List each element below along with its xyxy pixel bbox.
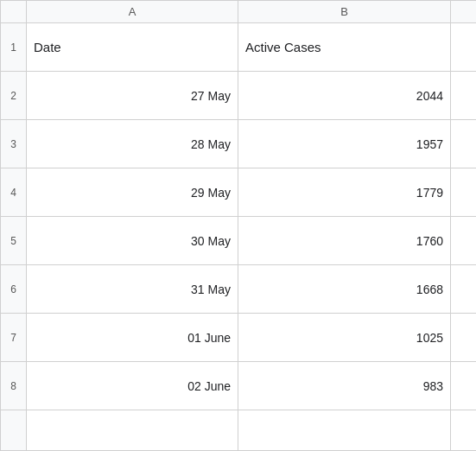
- cell-value[interactable]: 1957: [238, 120, 451, 168]
- cell-active-cases-header[interactable]: Active Cases: [238, 23, 451, 71]
- row-number: 2: [1, 72, 27, 119]
- row-number: 8: [1, 362, 27, 410]
- row-number: 1: [1, 23, 27, 71]
- cell-date[interactable]: 02 June: [27, 362, 238, 410]
- row-number: 3: [1, 120, 27, 168]
- row-number: 7: [1, 314, 27, 361]
- cell-date[interactable]: 29 May: [27, 168, 238, 216]
- table-row: 3 28 May 1957: [1, 120, 476, 168]
- cell-date-header[interactable]: Date: [27, 23, 238, 71]
- row-number: 5: [1, 217, 27, 264]
- cell-value[interactable]: 1025: [238, 314, 451, 361]
- row-number: 6: [1, 265, 27, 313]
- table-row: 5 30 May 1760: [1, 217, 476, 265]
- col-a-header[interactable]: A: [27, 1, 238, 22]
- empty-cell[interactable]: [27, 410, 238, 450]
- table-row: 8 02 June 983: [1, 362, 476, 410]
- cell-date[interactable]: 28 May: [27, 120, 238, 168]
- table-row: 1 Date Active Cases: [1, 23, 476, 72]
- cell-value[interactable]: 1668: [238, 265, 451, 313]
- table-row: 2 27 May 2044: [1, 72, 476, 120]
- column-headers-row: A B: [1, 1, 476, 23]
- table-row: 4 29 May 1779: [1, 168, 476, 217]
- empty-row: [1, 410, 476, 451]
- table-row: 7 01 June 1025: [1, 314, 476, 362]
- cell-date[interactable]: 30 May: [27, 217, 238, 264]
- table-row: 6 31 May 1668: [1, 265, 476, 314]
- cell-date[interactable]: 27 May: [27, 72, 238, 119]
- cell-value[interactable]: 1760: [238, 217, 451, 264]
- empty-cell[interactable]: [238, 410, 451, 450]
- cell-date[interactable]: 31 May: [27, 265, 238, 313]
- spreadsheet: A B 1 Date Active Cases 2 27 May 2044 3 …: [0, 0, 476, 451]
- cell-value[interactable]: 1779: [238, 168, 451, 216]
- row-number-header: [1, 1, 27, 22]
- cell-value[interactable]: 983: [238, 362, 451, 410]
- row-number: 4: [1, 168, 27, 216]
- col-b-header[interactable]: B: [238, 1, 451, 22]
- cell-date[interactable]: 01 June: [27, 314, 238, 361]
- cell-value[interactable]: 2044: [238, 72, 451, 119]
- row-number: [1, 410, 27, 450]
